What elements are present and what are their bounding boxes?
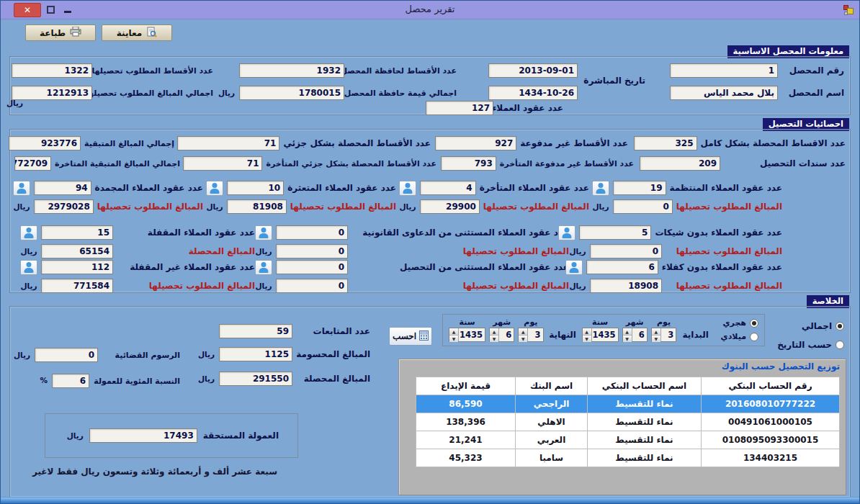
person-icon: [566, 261, 582, 274]
amount-label: المبالغ المطلوب تحصيلها: [117, 281, 255, 291]
amount-field[interactable]: 0: [276, 279, 348, 293]
table-row[interactable]: 0108095093300015 نماء للتقسيط العربي 21,…: [416, 431, 840, 449]
stat-field[interactable]: 325: [634, 136, 697, 150]
amount-field[interactable]: 29900: [420, 199, 480, 214]
amount-field[interactable]: 2979028: [34, 199, 94, 214]
portfolio-installments-field[interactable]: 1932: [239, 63, 344, 78]
customer-list-button[interactable]: [592, 181, 609, 196]
print-button[interactable]: طباعة: [25, 24, 96, 41]
column-header[interactable]: قيمة الإيداع: [416, 377, 516, 395]
mode-by-date-radio[interactable]: حسب التاريخ: [777, 340, 844, 350]
collector-no-field[interactable]: 1: [670, 63, 778, 78]
end-year-spinner[interactable]: 1435▲▼: [449, 328, 485, 342]
stat-field[interactable]: 15: [41, 225, 113, 240]
amount-field[interactable]: 18908: [590, 279, 662, 293]
calculate-button[interactable]: احسب: [389, 327, 432, 346]
account-no-cell: 134403215: [702, 449, 840, 467]
spinner-arrows-icon[interactable]: ▲▼: [583, 328, 592, 341]
table-row[interactable]: 201608010777222 نماء للتقسيط الراجحي 86,…: [416, 395, 840, 413]
stat-field[interactable]: 5: [579, 225, 651, 240]
table-row[interactable]: 134403215 نماء للتقسيط سامبا 45,323: [416, 449, 840, 467]
installments-due-field[interactable]: 1322: [12, 63, 92, 78]
column-header[interactable]: اسم الحساب البنكي: [588, 377, 702, 395]
customer-list-button[interactable]: [558, 225, 575, 240]
end-month-spinner[interactable]: 6▲▼: [489, 328, 514, 342]
amount-label: المبالغ المطلوب تحصيلها: [666, 246, 782, 256]
deducted-field[interactable]: 1125: [219, 347, 292, 361]
amount-field[interactable]: 81908: [227, 199, 287, 214]
spinner-arrows-icon[interactable]: ▲▼: [449, 328, 459, 341]
calculate-label: احسب: [393, 331, 416, 341]
stat-field[interactable]: 923776: [9, 136, 81, 150]
stat-label: إجمالي المبالغ المتبقية: [84, 139, 174, 148]
customer-list-button[interactable]: [206, 181, 223, 196]
currency-label: ريال: [198, 374, 215, 383]
commission-pct-field[interactable]: 6: [52, 374, 89, 388]
stat-field[interactable]: 10: [227, 181, 284, 195]
bank-name-cell: الراجحي: [516, 395, 588, 413]
stat-field[interactable]: 4: [420, 181, 476, 195]
stat-field[interactable]: 0: [276, 260, 348, 274]
radio-icon: [836, 322, 844, 330]
customer-contracts-field[interactable]: 127: [426, 101, 493, 115]
stat-label: عدد عقود العملاء المقفلة: [117, 228, 255, 238]
bank-table-header: رقم الحساب البنكي اسم الحساب البنكي اسم …: [416, 377, 840, 395]
stat-field[interactable]: 71: [177, 136, 279, 150]
spinner-arrows-icon[interactable]: ▲▼: [519, 328, 528, 341]
stat-field[interactable]: 927: [435, 136, 516, 150]
currency-label: ريال: [20, 282, 37, 290]
stat-label: عدد عقود العملاء المجمدة: [95, 183, 203, 193]
deposit-amount-cell: 138,396: [416, 413, 516, 431]
amounts-due-field[interactable]: 1212913: [12, 86, 92, 100]
collector-name-field[interactable]: بلال محمد الياس: [670, 86, 778, 100]
commission-due-field[interactable]: 17493: [89, 428, 197, 443]
followups-label: عدد المتابعات: [295, 326, 370, 336]
amount-field[interactable]: 65154: [41, 244, 113, 258]
collected-field[interactable]: 291550: [219, 372, 292, 386]
stat-field[interactable]: 209: [640, 156, 720, 171]
stat-field[interactable]: 94: [34, 181, 91, 195]
stat-field[interactable]: 6: [586, 260, 658, 274]
stat-field[interactable]: 71: [183, 156, 262, 171]
customer-list-button[interactable]: [13, 181, 30, 196]
judicial-fees-field[interactable]: 0: [35, 348, 98, 362]
followups-field[interactable]: 59: [219, 324, 292, 338]
amount-field[interactable]: 0: [276, 244, 348, 258]
customer-list-button[interactable]: [255, 225, 272, 240]
spinner-arrows-icon[interactable]: ▲▼: [623, 328, 632, 341]
customer-list-button[interactable]: [20, 260, 37, 275]
end-day-spinner[interactable]: 3▲▼: [518, 328, 543, 342]
column-header[interactable]: اسم البنك: [516, 377, 588, 395]
stat-label: عدد الأقساط غير مدفوعة: [520, 138, 628, 148]
mode-total-radio[interactable]: اجمالي: [802, 321, 844, 331]
customer-list-button[interactable]: [565, 260, 583, 275]
table-row[interactable]: 00491061000105 نماء للتقسيط الاهلي 138,3…: [416, 413, 840, 431]
preview-button[interactable]: معاينة: [102, 24, 172, 41]
stat-field[interactable]: 112: [41, 260, 113, 274]
spinner-arrows-icon[interactable]: ▲▼: [490, 328, 499, 341]
gregorian-radio[interactable]: ميلادي: [715, 332, 758, 341]
start-day-spinner[interactable]: 3▲▼: [651, 328, 676, 342]
stats-row-special-amounts-1: المبالغ المطلوب تحصيلها0ريال المبالغ الم…: [14, 243, 846, 259]
customer-list-button[interactable]: [20, 225, 37, 240]
customer-list-button[interactable]: [399, 181, 416, 196]
stat-field[interactable]: 19: [613, 181, 666, 195]
amount-field[interactable]: 0: [613, 199, 673, 214]
bank-name-cell: سامبا: [516, 449, 588, 467]
currency-label: ريال: [255, 247, 272, 256]
stat-field[interactable]: 793: [441, 156, 496, 171]
amount-field[interactable]: 0: [590, 244, 662, 258]
stat-field[interactable]: 772709: [14, 156, 51, 171]
start-date-gregorian-field[interactable]: 2013-09-01: [488, 63, 578, 78]
hijri-radio[interactable]: هجري: [715, 318, 758, 328]
portfolio-value-field[interactable]: 1780015: [239, 86, 344, 100]
stat-field[interactable]: 0: [276, 225, 348, 240]
start-month-spinner[interactable]: 6▲▼: [622, 328, 648, 342]
start-year-spinner[interactable]: 1435▲▼: [582, 328, 619, 342]
spinner-arrows-icon[interactable]: ▲▼: [652, 328, 661, 341]
customer-list-button[interactable]: [255, 260, 272, 275]
stats-row-installments: عدد الاقساط المحصلة بشكل كامل325 عدد الأ…: [14, 135, 846, 151]
column-header[interactable]: رقم الحساب البنكي: [702, 377, 840, 395]
start-date-hijri-field[interactable]: 1434-10-26: [488, 86, 578, 100]
amount-field[interactable]: 771584: [41, 279, 113, 293]
